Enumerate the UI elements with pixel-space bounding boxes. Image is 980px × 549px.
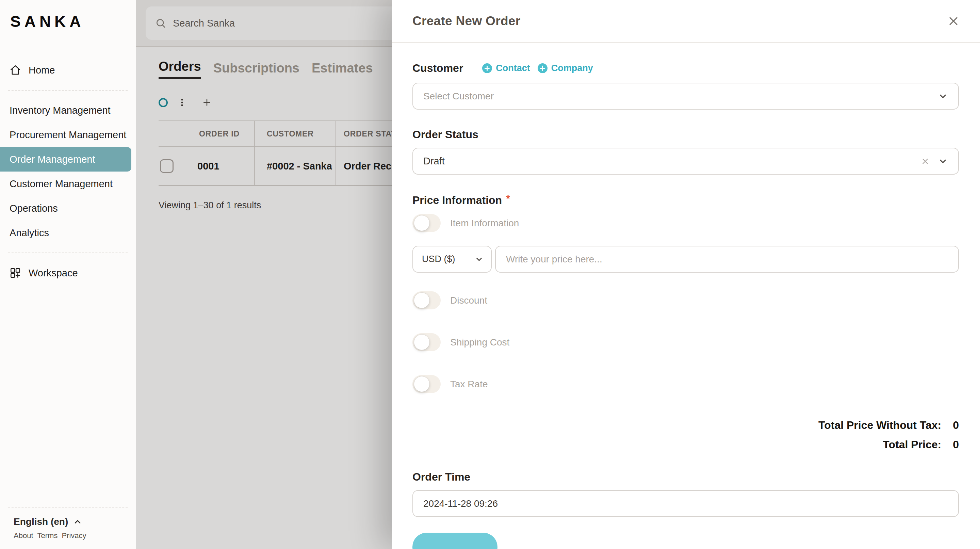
sidebar-item-label: Home [29, 65, 55, 76]
order-time-input[interactable] [412, 490, 959, 517]
customer-label: Customer [412, 62, 463, 75]
sidebar-item-label: Inventory Management [10, 105, 111, 116]
sidebar-item-label: Procurement Management [10, 129, 126, 140]
workspace-icon [10, 267, 21, 279]
price-information-label: Price Information * [412, 194, 959, 207]
chevron-down-icon [938, 91, 948, 102]
app-logo: SANKA [10, 12, 136, 31]
total-price-label: Total Price: [883, 438, 941, 450]
total-without-tax-value: 0 [953, 419, 959, 431]
sidebar-item-customer-management[interactable]: Customer Management [0, 172, 136, 196]
add-company-label: Company [551, 63, 593, 73]
clear-icon[interactable] [921, 157, 930, 166]
add-company-button[interactable]: Company [538, 63, 593, 73]
sidebar-item-label: Customer Management [10, 178, 113, 189]
shipping-cost-row: Shipping Cost [412, 333, 959, 351]
customer-select-placeholder: Select Customer [423, 91, 494, 102]
add-contact-label: Contact [496, 63, 530, 73]
total-price-value: 0 [953, 438, 959, 451]
item-information-toggle[interactable] [412, 214, 441, 232]
language-selector[interactable]: English (en) [0, 516, 136, 527]
create-order-drawer: Create New Order Customer Contact Compan [392, 0, 980, 549]
close-icon[interactable] [947, 14, 960, 28]
sidebar-item-home[interactable]: Home [0, 58, 136, 82]
customer-select[interactable]: Select Customer [412, 83, 959, 110]
plus-circle-icon [482, 63, 492, 73]
shipping-cost-toggle[interactable] [412, 333, 441, 351]
about-link[interactable]: About [14, 531, 33, 540]
item-information-label: Item Information [450, 218, 519, 229]
home-icon [10, 64, 21, 76]
tax-rate-label: Tax Rate [450, 379, 488, 390]
item-information-row: Item Information [412, 214, 959, 232]
sidebar-item-label: Operations [10, 203, 58, 214]
tax-rate-row: Tax Rate [412, 375, 959, 393]
discount-label: Discount [450, 295, 487, 306]
plus-circle-icon [538, 63, 547, 73]
currency-value: USD ($) [422, 254, 455, 264]
order-status-value: Draft [423, 156, 445, 167]
toggle-knob [414, 215, 430, 231]
discount-toggle[interactable] [412, 291, 441, 309]
sidebar-item-operations[interactable]: Operations [0, 196, 136, 221]
select-controls [921, 156, 948, 166]
required-marker: * [506, 193, 510, 204]
sidebar: SANKA Home Inventory Management Procurem… [0, 0, 136, 549]
total-price-line: Total Price:0 [412, 438, 959, 451]
shipping-cost-label: Shipping Cost [450, 337, 509, 348]
add-contact-button[interactable]: Contact [482, 63, 530, 73]
drawer-body: Customer Contact Company Select Customer [392, 62, 980, 549]
order-status-select[interactable]: Draft [412, 148, 959, 175]
sidebar-item-label: Order Management [10, 154, 95, 165]
chevron-down-icon [938, 156, 948, 166]
sidebar-divider [8, 90, 127, 91]
total-without-tax-line: Total Price Without Tax:0 [412, 419, 959, 431]
sidebar-divider [8, 253, 127, 253]
legal-links: About Terms Privacy [0, 531, 136, 540]
discount-row: Discount [412, 291, 959, 309]
order-status-label: Order Status [412, 128, 959, 141]
privacy-link[interactable]: Privacy [62, 531, 86, 540]
currency-select[interactable]: USD ($) [412, 246, 492, 273]
sidebar-item-inventory-management[interactable]: Inventory Management [0, 98, 136, 123]
sidebar-item-order-management[interactable]: Order Management [0, 147, 131, 172]
chevron-down-icon [475, 255, 484, 264]
sidebar-nav: Home Inventory Management Procurement Ma… [0, 58, 136, 285]
language-label: English (en) [14, 516, 68, 527]
toggle-knob [414, 334, 430, 350]
submit-order-button[interactable] [412, 533, 498, 549]
sidebar-item-workspace[interactable]: Workspace [0, 261, 136, 285]
toggle-knob [414, 293, 430, 308]
chevron-up-icon [73, 517, 82, 527]
sidebar-item-label: Analytics [10, 228, 49, 239]
sidebar-footer: English (en) About Terms Privacy [0, 499, 136, 540]
order-time-label: Order Time [412, 471, 959, 483]
toggle-knob [414, 376, 430, 392]
price-entry-row: USD ($) [412, 246, 959, 273]
totals-summary: Total Price Without Tax:0 Total Price:0 [412, 419, 959, 451]
price-input[interactable] [495, 246, 959, 273]
sidebar-item-procurement-management[interactable]: Procurement Management [0, 123, 136, 147]
total-without-tax-label: Total Price Without Tax: [818, 419, 941, 431]
sidebar-divider [8, 507, 127, 508]
tax-rate-toggle[interactable] [412, 375, 441, 393]
drawer-header: Create New Order [392, 0, 980, 43]
drawer-title: Create New Order [412, 14, 520, 28]
terms-link[interactable]: Terms [37, 531, 58, 540]
sidebar-item-label: Workspace [29, 267, 78, 279]
quick-add-links: Contact Company [482, 63, 593, 73]
sidebar-item-analytics[interactable]: Analytics [0, 221, 136, 245]
customer-field-header: Customer Contact Company [412, 62, 959, 75]
price-label-text: Price Information [412, 194, 502, 207]
